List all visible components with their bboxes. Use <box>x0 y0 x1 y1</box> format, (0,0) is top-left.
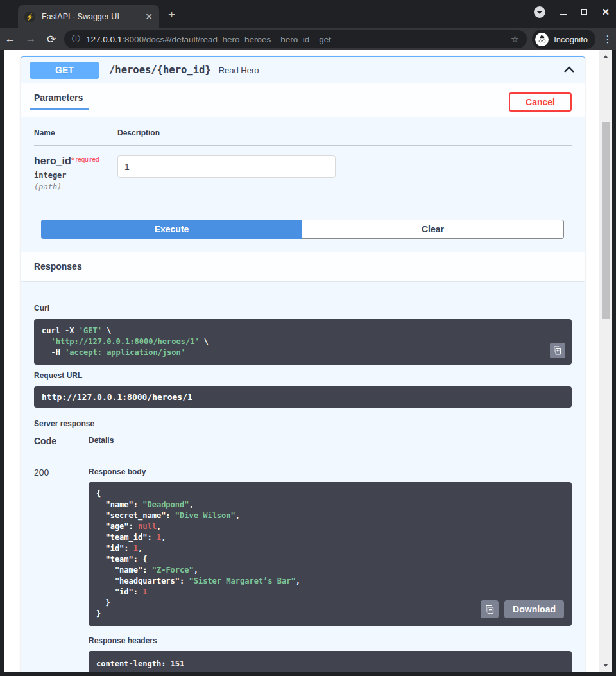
minimize-button[interactable] <box>560 14 567 15</box>
browser-window: ⚡ FastAPI - Swagger UI ✕ + ✕ ← → ⟳ ⓘ 127… <box>0 0 616 676</box>
endpoint-path: /heroes/{hero_id} <box>109 64 211 76</box>
responses-section-header: Responses <box>21 252 585 281</box>
window-close-button[interactable]: ✕ <box>601 6 610 18</box>
forward-button[interactable]: → <box>21 33 41 46</box>
column-name: Name <box>34 128 117 137</box>
page-scrollbar[interactable] <box>599 50 612 672</box>
browser-update-icon[interactable] <box>534 6 545 18</box>
server-response-label: Server response <box>34 419 572 428</box>
incognito-label: Incognito <box>554 35 588 44</box>
site-info-icon[interactable]: ⓘ <box>72 33 80 45</box>
parameter-location: (path) <box>34 182 117 191</box>
parameters-header: Parameters Cancel <box>21 83 585 117</box>
column-code: Code <box>34 436 89 446</box>
parameters-table: Name Description hero_id*required intege… <box>21 117 585 191</box>
execute-row: Execute Clear <box>41 220 564 239</box>
required-label: required <box>76 156 99 163</box>
responses-body: Curl curl -X 'GET' \ 'http://127.0.0.1:8… <box>21 281 585 672</box>
response-headers-label: Response headers <box>89 636 572 645</box>
response-body-label: Response body <box>89 467 572 476</box>
copy-curl-button[interactable] <box>550 343 565 358</box>
hero-id-input[interactable] <box>117 155 336 178</box>
response-body-block: { "name": "Deadpond", "secret_name": "Di… <box>89 482 572 626</box>
scrollbar-up-icon[interactable] <box>599 51 612 62</box>
responses-title: Responses <box>34 261 82 272</box>
back-button[interactable]: ← <box>0 33 21 46</box>
incognito-icon <box>535 33 549 46</box>
curl-command: curl -X 'GET' \ 'http://127.0.0.1:8000/h… <box>42 325 564 358</box>
status-code: 200 <box>34 462 89 672</box>
parameter-type: integer <box>34 171 117 180</box>
column-details: Details <box>89 436 114 446</box>
tab-close-icon[interactable]: ✕ <box>145 12 153 22</box>
browser-toolbar: ← → ⟳ ⓘ 127.0.0.1:8000/docs#/default/rea… <box>0 28 616 50</box>
browser-tab[interactable]: ⚡ FastAPI - Swagger UI ✕ <box>18 5 159 28</box>
url-bar[interactable]: ⓘ 127.0.0.1:8000/docs#/default/read_hero… <box>64 30 527 48</box>
collapse-chevron-icon[interactable] <box>563 64 576 76</box>
browser-menu-icon[interactable]: ⋮ <box>599 33 616 45</box>
url-text[interactable]: 127.0.0.1:8000/docs#/default/read_hero_h… <box>86 35 506 44</box>
http-method-badge: GET <box>30 62 99 79</box>
swagger-page: GET /heroes/{hero_id} Read Hero Paramete… <box>4 50 612 672</box>
column-description: Description <box>117 128 160 137</box>
maximize-button[interactable] <box>581 9 587 15</box>
response-headers-text: content-length: 151 content-type: applic… <box>96 659 564 672</box>
opblock-get: GET /heroes/{hero_id} Read Hero Paramete… <box>21 56 585 672</box>
reload-button[interactable]: ⟳ <box>41 33 62 46</box>
scrollbar-down-icon[interactable] <box>599 661 612 671</box>
cancel-button[interactable]: Cancel <box>509 92 572 112</box>
response-headers-block: content-length: 151 content-type: applic… <box>89 651 572 672</box>
scrollbar-thumb[interactable] <box>602 122 610 319</box>
tab-parameters[interactable]: Parameters <box>34 91 88 110</box>
clear-button[interactable]: Clear <box>302 220 564 239</box>
curl-block: curl -X 'GET' \ 'http://127.0.0.1:8000/h… <box>34 319 572 365</box>
url-path: :8000/docs#/default/read_hero_heroes__he… <box>122 35 331 44</box>
tab-title: FastAPI - Swagger UI <box>42 12 140 21</box>
parameter-name: hero_id <box>34 155 71 166</box>
required-star: * <box>71 155 74 165</box>
fastapi-favicon-icon: ⚡ <box>24 12 35 22</box>
tab-bar: ⚡ FastAPI - Swagger UI ✕ + ✕ <box>0 0 616 28</box>
copy-response-button[interactable] <box>481 600 499 618</box>
opblock-header[interactable]: GET /heroes/{hero_id} Read Hero <box>21 57 585 83</box>
endpoint-summary: Read Hero <box>219 65 563 75</box>
curl-label: Curl <box>34 304 572 313</box>
request-url-value: http://127.0.0.1:8000/heroes/1 <box>42 392 193 402</box>
parameter-row: hero_id*required integer (path) <box>34 146 572 191</box>
response-table-header: Code Details <box>34 436 572 453</box>
execute-button[interactable]: Execute <box>41 220 302 239</box>
url-host: 127.0.0.1 <box>86 35 122 44</box>
download-button[interactable]: Download <box>504 600 564 618</box>
new-tab-button[interactable]: + <box>168 8 175 21</box>
response-row: 200 Response body { "name": "Deadpond", … <box>34 453 572 672</box>
request-url-label: Request URL <box>34 371 572 380</box>
bookmark-star-icon[interactable]: ☆ <box>511 33 519 45</box>
incognito-badge: Incognito <box>532 30 595 49</box>
request-url-block: http://127.0.0.1:8000/heroes/1 <box>34 386 572 408</box>
